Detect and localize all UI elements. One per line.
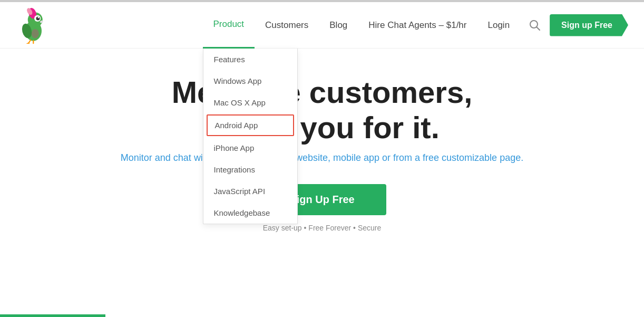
dropdown-item-javascript-api[interactable]: JavaScript API [203,180,297,202]
nav-item-login[interactable]: Login [477,2,520,49]
product-dropdown: Features Windows App Mac OS X App Androi… [203,49,298,224]
bottom-bar [0,314,105,317]
signup-button[interactable]: Sign up Free [550,14,628,36]
dropdown-item-knowledgebase[interactable]: Knowledgebase [203,202,297,224]
hero-title: Message customers, they'll you for it. [11,75,633,145]
svg-line-14 [537,27,540,30]
dropdown-item-features[interactable]: Features [203,49,297,70]
nav-item-product[interactable]: Product Features Windows App Mac OS X Ap… [203,2,255,49]
search-icon[interactable] [525,16,544,35]
svg-line-11 [29,43,30,44]
dropdown-item-integrations[interactable]: Integrations [203,159,297,180]
svg-point-6 [38,16,40,18]
nav-item-hire[interactable]: Hire Chat Agents – $1/hr [358,2,477,49]
hero-tagline: Easy set-up • Free Forever • Secure [11,224,633,232]
svg-line-8 [29,40,31,43]
hero-title-suffix2: you for it. [300,110,440,145]
hero-section: Message customers, they'll you for it. M… [0,49,644,243]
nav-item-customers[interactable]: Customers [255,2,319,49]
hero-subtitle: Monitor and chat with the visitors on yo… [11,150,633,166]
svg-point-12 [32,29,39,39]
dropdown-item-android-app[interactable]: Android App [207,114,294,136]
logo-area[interactable] [16,7,53,44]
hero-title-customers: customers, [309,75,472,109]
nav-item-blog[interactable]: Blog [319,2,358,49]
dropdown-item-macosx-app[interactable]: Mac OS X App [203,92,297,113]
dropdown-item-windows-app[interactable]: Windows App [203,70,297,92]
main-nav: Product Features Windows App Mac OS X Ap… [203,2,629,49]
dropdown-item-iphone-app[interactable]: iPhone App [203,137,297,159]
header: Product Features Windows App Mac OS X Ap… [0,2,644,49]
logo-icon [16,7,53,44]
